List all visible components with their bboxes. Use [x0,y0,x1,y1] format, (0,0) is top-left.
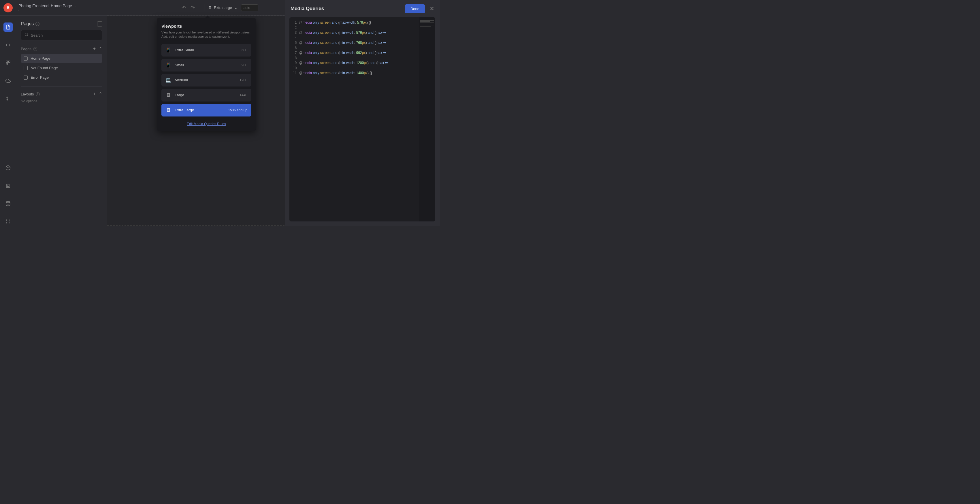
logo[interactable]: 8 [3,3,13,13]
function-tab-icon[interactable] [3,94,13,103]
mobile-icon: 📱 [165,62,171,68]
done-button[interactable]: Done [405,4,425,13]
close-icon[interactable]: ✕ [430,5,434,12]
chevron-down-icon: ⌄ [234,5,237,10]
divider [21,86,102,87]
mobile-icon: 📱 [165,47,171,53]
page-icon [24,56,28,61]
svg-line-16 [27,35,28,36]
svg-point-5 [9,167,9,168]
svg-point-3 [6,166,10,170]
viewport-selector[interactable]: 🖥 Extra large ⌄ [208,5,237,10]
popover-desc: View how your layout behave based on dif… [161,30,251,39]
breadcrumb[interactable]: Photag Frontend: Home Page⌄ / [18,3,77,12]
redo-icon[interactable]: ↷ [191,5,195,11]
layouts-section-label: Layouts [21,92,34,96]
code-tab-icon[interactable] [3,40,13,49]
components-tab-icon[interactable] [3,58,13,67]
help-icon[interactable]: ? [36,92,40,96]
svg-point-8 [6,201,10,203]
plus-icon[interactable]: + [93,46,96,52]
undo-icon[interactable]: ↶ [181,5,186,11]
viewport-medium[interactable]: 💻 Medium 1200 [161,74,251,86]
page-item-notfound[interactable]: Not Found Page [21,64,102,72]
size-input[interactable] [241,4,258,11]
laptop-icon: 💻 [165,77,171,83]
panel-title: Pages [21,21,34,27]
viewport-small[interactable]: 📱 Small 900 [161,59,251,72]
help-icon[interactable]: ? [35,22,40,26]
viewport-large[interactable]: 🖥 Large 1440 [161,89,251,102]
page-icon [24,75,28,80]
pages-section-label: Pages [21,47,32,51]
minimap[interactable] [419,17,435,222]
database-tab-icon[interactable] [3,199,13,208]
desktop-icon: 🖥 [165,92,171,98]
svg-rect-1 [9,61,10,62]
pages-tab-icon[interactable] [3,22,13,32]
svg-point-4 [7,167,8,168]
viewport-extra-small[interactable]: 📱 Extra Small 600 [161,44,251,56]
desktop-icon: 🖥 [165,107,171,113]
chevron-up-icon[interactable]: ⌃ [99,46,102,52]
chevron-up-icon[interactable]: ⌃ [99,91,102,97]
desktop-icon: 🖥 [208,5,212,10]
page-item-error[interactable]: Error Page [21,73,102,82]
page-icon [24,66,28,70]
svg-rect-7 [7,185,9,187]
svg-rect-2 [6,64,8,65]
help-icon[interactable]: ? [33,47,37,51]
viewport-extra-large[interactable]: 🖥 Extra Large 1536 and up [161,104,251,116]
chevron-down-icon: ⌄ [74,5,77,8]
page-item-home[interactable]: Home Page [21,54,102,63]
svg-point-15 [25,33,28,36]
viewports-popover: Viewports View how your layout behave ba… [157,18,256,131]
sliders-tab-icon[interactable] [3,217,13,226]
cloud-tab-icon[interactable] [3,76,13,85]
toggle-box[interactable] [97,21,102,27]
search-icon [24,33,29,38]
svg-rect-0 [6,61,8,62]
box-tab-icon[interactable] [3,181,13,190]
drawer-title: Media Queries [291,6,324,11]
divider [204,4,204,11]
no-options-label: No options [21,99,102,103]
popover-title: Viewports [161,24,251,29]
search-input[interactable] [21,30,102,40]
plus-icon[interactable]: + [93,91,96,97]
code-editor[interactable]: 1234567891011 @media only screen and (ma… [290,17,435,222]
palette-tab-icon[interactable] [3,163,13,172]
edit-media-queries-link[interactable]: Edit Media Queries Rules [187,122,226,126]
svg-rect-6 [6,184,10,187]
